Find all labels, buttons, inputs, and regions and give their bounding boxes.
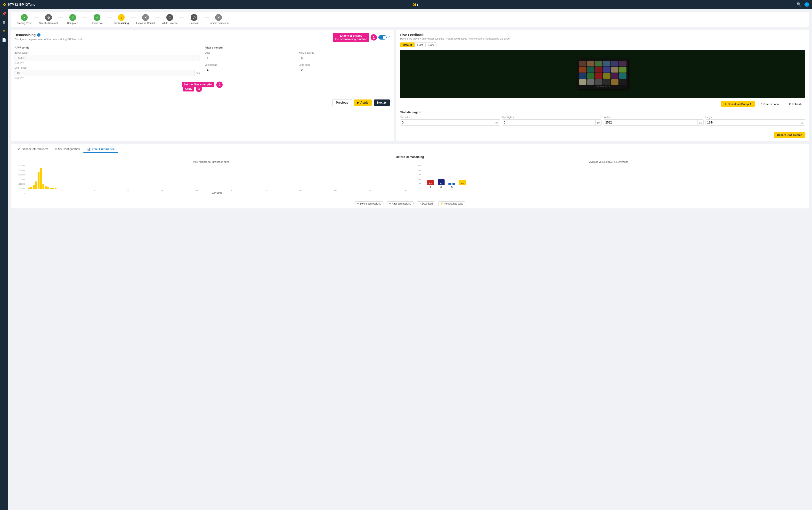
topnav-center: ST: [35, 2, 796, 7]
horizontal-line-label: Horizontal line: [299, 51, 390, 54]
feedback-subtitle: Have a live preview on the host computer…: [400, 37, 805, 40]
refresh-button[interactable]: ↻ Refresh: [785, 101, 805, 107]
step-circle-bad-pixels: ✓: [69, 14, 76, 21]
width-row: px: [604, 119, 703, 126]
config-title-text: Demosaicing: [14, 33, 36, 37]
tab-luminance[interactable]: 📊 Pixel Luminance: [84, 146, 118, 153]
feedback-panel: Live Feedback Have a live preview on the…: [396, 30, 809, 141]
chart1-subtitle: Pixel number per luminance point: [14, 161, 408, 163]
step-white-balance[interactable]: ◯ White Balance: [160, 14, 179, 25]
chart2-subtitle: Average value of RGB & Luminance: [412, 161, 805, 163]
buttons-row: Apply 3 Previous ▶ Apply Next ▶: [14, 95, 390, 106]
info-icon[interactable]: i: [37, 33, 40, 37]
before-label: Before demosaicing: [360, 202, 381, 205]
step-label-demosaicing: Demosaicing: [114, 22, 129, 25]
step-circle-gamma-correction: ✕: [215, 14, 222, 21]
tab-config[interactable]: ≡ My Configuration: [52, 146, 84, 153]
stat-fields-row: Top left X px Top Right Y px: [400, 116, 805, 126]
topnav: ⬙ STM32 ISP IQTune ST 🔍 🌐: [0, 0, 812, 9]
edge-input[interactable]: [205, 55, 296, 61]
width-input[interactable]: [604, 120, 697, 125]
recalculate-btn[interactable]: ⚡ Recalculate stats: [438, 201, 465, 206]
raw-config-label: RAW config: [14, 46, 200, 49]
previous-button[interactable]: Previous: [332, 99, 352, 106]
open-new-icon: ↗: [760, 103, 762, 106]
sidebar: 📌 ⊞ ≡ 📄: [0, 9, 8, 510]
sidebar-icon-doc[interactable]: 📄: [1, 37, 7, 43]
step-statistic-removal[interactable]: ⊘ Statistic Removal: [39, 14, 58, 25]
update-stat-region-button[interactable]: Update Stat. Region: [774, 132, 805, 138]
step-contrast[interactable]: ◯ Contrast: [184, 14, 204, 25]
stat-region: Statistic region : Top left X px Top Rig…: [400, 111, 805, 138]
theme-dark-btn[interactable]: Dark: [426, 42, 437, 47]
theme-light-btn[interactable]: Light: [415, 42, 426, 47]
apply-button[interactable]: ▶ Apply: [354, 100, 372, 106]
step-black-level[interactable]: ✓ Black Level: [87, 14, 107, 25]
enable-callout-text: Enable or disablethe demosaicing functio…: [333, 33, 369, 42]
open-new-button[interactable]: ↗ Open in new: [757, 101, 783, 107]
theme-buttons: Default Light Dark: [400, 42, 805, 47]
feedback-title: Live Feedback: [400, 33, 805, 37]
callout-number-1: 1: [370, 34, 377, 40]
step-connector-2: [58, 17, 63, 18]
sidebar-icon-sliders[interactable]: ≡: [2, 28, 6, 34]
sidebar-icon-tune[interactable]: ⊞: [1, 20, 6, 25]
color-depth-label: Color depth: [14, 66, 200, 69]
step-connector-1: [34, 17, 39, 18]
globe-icon[interactable]: 🌐: [804, 2, 809, 7]
recalculate-label: Recalculate stats: [444, 202, 463, 205]
next-button[interactable]: Next ▶: [374, 100, 390, 106]
step-circle-white-balance: ◯: [167, 14, 173, 21]
step-gamma-correction[interactable]: ✕ Gamma correction: [209, 14, 229, 25]
horizontal-line-input[interactable]: [299, 55, 390, 61]
theme-default-btn[interactable]: Default: [400, 42, 415, 47]
step-label-contrast: Contrast: [189, 22, 199, 25]
step-label-starting-point: Starting Point: [17, 22, 32, 25]
search-icon[interactable]: 🔍: [796, 2, 801, 7]
app-logo: ⬙: [3, 2, 6, 7]
height-input[interactable]: [706, 120, 799, 125]
lone-pixel-field: Lone pixel: [299, 63, 390, 73]
after-demosaicing-btn[interactable]: ↻ After demosaicing: [387, 201, 414, 206]
apply-icon: ▶: [357, 101, 359, 104]
before-demosaicing-btn[interactable]: ↻ Before demosaicing: [355, 201, 383, 206]
download-chart-btn[interactable]: ⬇ Download: [417, 201, 435, 206]
toggle-track[interactable]: [378, 35, 387, 39]
before-icon: ↻: [357, 202, 359, 205]
top-right-y-input[interactable]: [502, 120, 596, 125]
step-connector-6: [155, 17, 160, 18]
sidebar-icon-pin[interactable]: 📌: [1, 11, 7, 17]
bayer-pattern-input: [14, 55, 200, 61]
top-right-y-field: Top Right Y px: [502, 116, 602, 126]
filter-row-2: Vertical line Lone pixel: [205, 63, 390, 73]
top-right-y-label: Top Right Y: [502, 116, 602, 119]
callout-2-area: Set the filter strengths 2: [14, 82, 390, 88]
step-exposure-control[interactable]: ✕ Exposure Control: [136, 14, 155, 25]
step-bad-pixels[interactable]: ✓ Bad pixels: [63, 14, 83, 25]
toggle-checkmark: ✓: [388, 35, 390, 39]
toggle-switch[interactable]: ✓: [378, 35, 390, 39]
tab-sensor[interactable]: ⚙ Sensor information's: [14, 146, 52, 153]
two-col-layout: RAW config Bayer pattern read only Color…: [14, 44, 390, 79]
vertical-line-input[interactable]: [205, 67, 296, 73]
step-starting-point[interactable]: ✓ Starting Point: [14, 14, 34, 25]
bayer-readonly-label: read only: [14, 62, 200, 64]
refresh-icon: ↻: [788, 103, 791, 106]
top-right-y-unit: px: [595, 120, 601, 125]
apply-label: Apply: [360, 101, 368, 104]
refresh-label: Refresh: [792, 103, 802, 106]
lone-pixel-label: Lone pixel: [299, 63, 390, 66]
top-left-x-label: Top left X: [400, 116, 500, 119]
luminance-icon: 📊: [87, 147, 90, 151]
download-chart-icon: ⬇: [419, 202, 421, 205]
step-connector-5: [131, 17, 136, 18]
step-connector-4: [107, 17, 112, 18]
step-demosaicing[interactable]: ↕ Demosaicing: [112, 14, 131, 25]
lone-pixel-input[interactable]: [299, 67, 390, 73]
height-label: Height: [705, 116, 805, 119]
download-dump-button[interactable]: ⬇ Download Dump ▾: [721, 101, 755, 107]
callout-number-2: 2: [216, 82, 223, 88]
top-left-x-input[interactable]: [400, 120, 494, 125]
feedback-actions: ⬇ Download Dump ▾ ↗ Open in new ↻ Refres…: [400, 101, 805, 107]
middle-row: Enable or disablethe demosaicing functio…: [11, 30, 809, 141]
